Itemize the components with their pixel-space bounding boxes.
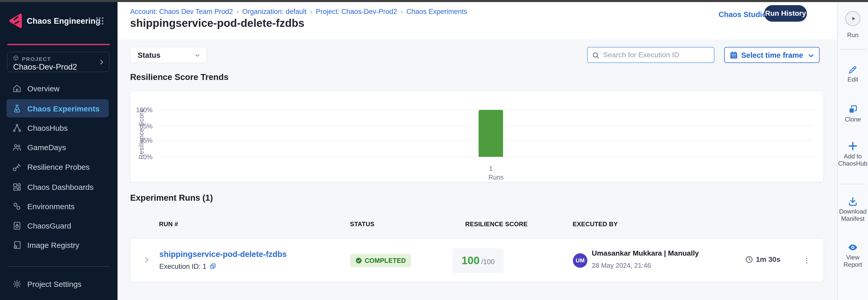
sidebar-item-image-registry[interactable]: Image Registry xyxy=(0,235,118,255)
sidebar-item-chaosguard[interactable]: ChaosGuard xyxy=(0,216,118,236)
plus-icon xyxy=(847,140,859,152)
cube-icon xyxy=(12,55,19,61)
run-button-label: Run xyxy=(838,31,868,39)
status-badge: COMPLETED xyxy=(350,254,411,267)
duration-value: 1m 30s xyxy=(756,256,780,264)
pencil-icon xyxy=(848,64,858,75)
hub-network-icon xyxy=(12,123,22,132)
action-rail: Run Edit Clone Add to ChaosHub Download … xyxy=(837,2,868,300)
breadcrumb-account[interactable]: Account: Chaos Dev Team Prod2 xyxy=(130,8,233,16)
clone-button[interactable]: Clone xyxy=(838,104,868,123)
rail-divider xyxy=(840,49,865,50)
column-header-status: STATUS xyxy=(350,220,374,228)
status-filter-label: Status xyxy=(137,51,160,60)
resilience-score-pill: 100 /100 xyxy=(452,248,504,273)
column-header-resilience-score: RESILIENCE SCORE xyxy=(465,220,528,228)
sidebar-item-label: Chaos Dashboards xyxy=(27,183,94,192)
test-tube-icon xyxy=(12,162,22,172)
sidebar-item-label: Project Settings xyxy=(27,280,82,289)
rail-divider xyxy=(840,184,865,184)
sidebar: Chaos Engineering PROJECT Chaos-Dev-Prod… xyxy=(0,2,118,300)
check-circle-icon xyxy=(355,257,362,264)
calendar-icon xyxy=(730,51,738,60)
window-top-strip xyxy=(0,0,868,2)
breadcrumb-separator: › xyxy=(237,8,239,15)
avatar: UM xyxy=(573,253,587,268)
sidebar-item-chaoshubs[interactable]: ChaosHubs xyxy=(0,118,118,138)
run-name-link[interactable]: shippingservice-pod-delete-fzdbs xyxy=(159,250,287,259)
execution-search xyxy=(587,47,714,63)
executed-by-name: Umasankar Mukkara | Manually xyxy=(592,249,699,258)
sidebar-item-label: ChaosGuard xyxy=(27,221,71,230)
add-to-chaoshub-label: Add to ChaosHub xyxy=(838,153,868,167)
hexagons-icon xyxy=(12,202,22,211)
runs-section-title: Experiment Runs (1) xyxy=(130,193,213,203)
sidebar-item-gamedays[interactable]: GameDays xyxy=(0,138,118,157)
sidebar-item-label: Resilience Probes xyxy=(27,163,90,172)
time-frame-label: Select time frame xyxy=(741,51,803,60)
flask-icon xyxy=(12,104,22,113)
sidebar-item-label: GameDays xyxy=(27,143,66,152)
executed-at-timestamp: 28 May 2024, 21:46 xyxy=(592,262,651,270)
row-expand-chevron-icon[interactable] xyxy=(143,256,151,264)
search-input[interactable] xyxy=(603,49,711,61)
breadcrumb-organization[interactable]: Organization: default xyxy=(242,8,306,16)
app-title: Chaos Engineering xyxy=(27,17,100,26)
sidebar-item-chaos-experiments[interactable]: Chaos Experiments xyxy=(0,99,118,118)
chaos-studio-link[interactable]: Chaos Studio xyxy=(718,10,767,19)
play-icon xyxy=(850,15,857,22)
run-duration: 1m 30s xyxy=(745,256,780,264)
download-icon xyxy=(847,196,858,207)
eye-icon xyxy=(847,242,858,253)
clock-icon xyxy=(745,256,753,264)
download-manifest-button[interactable]: Download Manifest xyxy=(838,196,868,222)
score-value: 100 xyxy=(462,254,479,267)
chart-bar-run-1[interactable] xyxy=(478,110,503,157)
sidebar-item-label: ChaosHubs xyxy=(27,124,68,132)
status-filter-dropdown[interactable]: Status xyxy=(130,47,207,63)
chevron-down-icon xyxy=(194,52,201,59)
home-icon xyxy=(12,84,22,93)
download-manifest-label: Download Manifest xyxy=(838,208,868,222)
copy-icon[interactable] xyxy=(210,263,216,270)
execution-id-row: Execution ID: 1 xyxy=(159,263,216,271)
sidebar-item-chaos-dashboards[interactable]: Chaos Dashboards xyxy=(0,177,118,197)
sidebar-item-label: Chaos Experiments xyxy=(27,104,99,113)
execution-id-value: Execution ID: 1 xyxy=(159,263,207,270)
sidebar-item-label: Environments xyxy=(27,202,74,211)
row-menu-kebab-icon[interactable] xyxy=(800,253,814,268)
breadcrumb-chaos-experiments[interactable]: Chaos Experiments xyxy=(406,8,467,16)
column-header-executed-by: EXECUTED BY xyxy=(572,220,618,228)
table-row: shippingservice-pod-delete-fzdbs Executi… xyxy=(130,239,824,282)
project-selector-value: Chaos-Dev-Prod2 xyxy=(13,62,77,72)
clone-button-label: Clone xyxy=(838,116,868,123)
project-selector-label: PROJECT xyxy=(22,56,51,62)
edit-button[interactable]: Edit xyxy=(838,64,868,83)
time-frame-dropdown[interactable]: Select time frame xyxy=(724,47,819,63)
sidebar-item-project-settings[interactable]: Project Settings xyxy=(0,274,118,294)
run-button[interactable] xyxy=(845,11,860,26)
status-badge-label: COMPLETED xyxy=(365,257,406,264)
gear-icon xyxy=(12,279,22,289)
sidebar-item-resilience-probes[interactable]: Resilience Probes xyxy=(0,157,118,177)
add-to-chaoshub-button[interactable]: Add to ChaosHub xyxy=(838,140,868,167)
sidebar-item-overview[interactable]: Overview xyxy=(0,79,118,98)
brand-divider xyxy=(7,44,110,45)
breadcrumb-separator: › xyxy=(401,8,403,15)
breadcrumb-project[interactable]: Project: Chaos-Dev-Prod2 xyxy=(316,8,397,16)
dashboard-grid-icon xyxy=(12,182,22,192)
project-selector[interactable]: PROJECT Chaos-Dev-Prod2 xyxy=(7,52,109,72)
column-header-run: RUN # xyxy=(159,220,178,228)
x-tick-1: 1 xyxy=(466,165,516,172)
view-report-button[interactable]: View Report xyxy=(838,242,868,268)
people-icon xyxy=(12,143,22,152)
score-total: /100 xyxy=(481,256,495,266)
breadcrumb: Account: Chaos Dev Team Prod2›Organizati… xyxy=(130,8,467,16)
sidebar-divider xyxy=(7,266,110,267)
run-history-button[interactable]: Run History xyxy=(764,5,807,22)
module-grid-icon[interactable] xyxy=(95,16,105,26)
search-icon xyxy=(592,51,600,60)
resilience-trends-chart: 100% 65% 35% 0% Resilience Score 1 Runs xyxy=(130,91,824,182)
sidebar-item-environments[interactable]: Environments xyxy=(0,197,118,216)
chevron-down-icon xyxy=(807,52,815,60)
